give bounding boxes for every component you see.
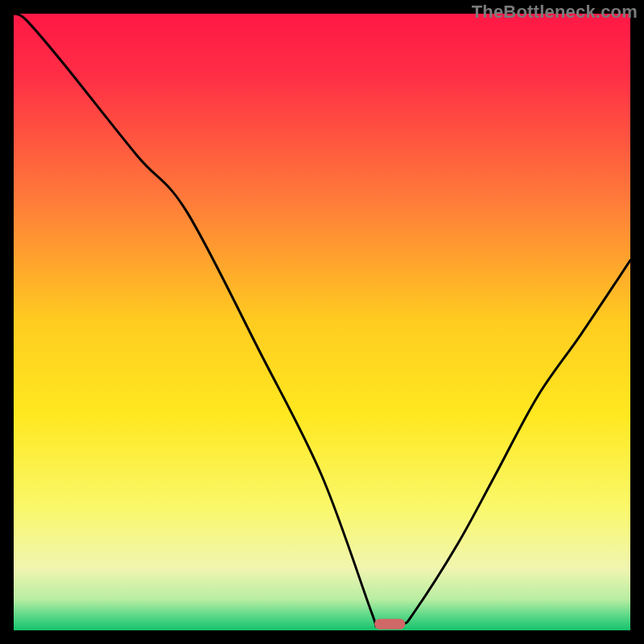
chart-canvas bbox=[14, 14, 630, 630]
bottleneck-chart bbox=[14, 14, 630, 630]
watermark-text: TheBottleneck.com bbox=[472, 2, 638, 23]
chart-background bbox=[14, 14, 630, 630]
optimal-marker bbox=[374, 619, 405, 630]
